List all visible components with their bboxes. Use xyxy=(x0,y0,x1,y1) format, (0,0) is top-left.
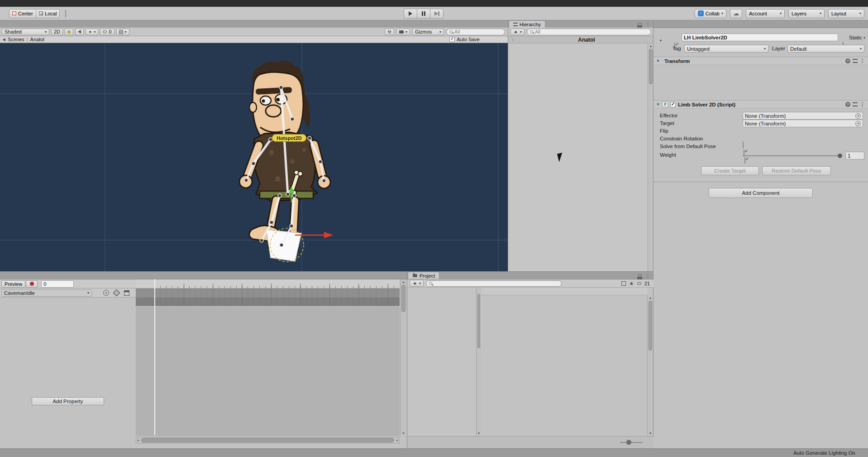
transform-header[interactable]: ▼ Transform ? ⋮ xyxy=(653,57,868,65)
hierarchy-scene-header[interactable]: ‹ Anatol xyxy=(508,36,653,43)
search-by-type-icon[interactable] xyxy=(621,281,626,286)
lock-icon[interactable] xyxy=(638,274,642,277)
breadcrumb-scene-title[interactable]: Anatol xyxy=(30,37,44,42)
add-property-button[interactable]: Add Property xyxy=(32,397,104,405)
tab-project[interactable]: Project xyxy=(408,272,439,279)
scene-search-input[interactable]: All xyxy=(446,29,505,35)
target-object-field[interactable]: None (Transform) xyxy=(743,120,863,127)
project-toolbar: ＋▾ ★ 21 xyxy=(407,279,653,288)
step-button[interactable] xyxy=(430,9,444,19)
layers-label: Layers xyxy=(792,11,806,16)
hierarchy-search-input[interactable]: All xyxy=(527,29,651,35)
pivot-toggle-button[interactable]: Center xyxy=(9,9,36,18)
effector-object-field[interactable]: None (Transform) xyxy=(743,112,863,120)
layer-dropdown[interactable]: Default▾ xyxy=(787,45,864,53)
clip-dropdown[interactable]: CavemanIdle▾ xyxy=(1,289,92,297)
snap-icon[interactable] xyxy=(65,10,66,17)
component-enabled-checkbox[interactable] xyxy=(670,102,676,107)
back-arrow-icon[interactable]: ◀ xyxy=(2,37,5,42)
collab-icon: ↑ xyxy=(698,10,704,16)
play-icon xyxy=(409,11,412,16)
audio-toggle[interactable] xyxy=(75,29,84,35)
weight-slider-knob[interactable] xyxy=(838,154,842,158)
object-picker-icon[interactable] xyxy=(855,121,861,126)
record-icon xyxy=(30,282,34,286)
project-search-input[interactable] xyxy=(426,280,562,287)
layers-dropdown[interactable]: Layers▾ xyxy=(788,9,825,18)
grid-dropdown[interactable]: ▾ xyxy=(116,29,129,35)
auto-save-checkbox[interactable] xyxy=(449,37,455,42)
hidden-objects-toggle[interactable]: 0 xyxy=(100,29,114,35)
timeline-ruler[interactable] xyxy=(136,279,400,289)
hidden-count-value: 21 xyxy=(644,281,650,286)
effects-dropdown[interactable]: ✦▾ xyxy=(86,29,98,35)
help-icon[interactable]: ? xyxy=(845,58,850,63)
kebab-menu-icon[interactable]: ⋮ xyxy=(860,101,865,107)
object-name-field[interactable]: LH LimbSolver2D xyxy=(682,34,838,41)
presets-icon[interactable] xyxy=(853,59,858,63)
weight-value-field[interactable]: 1 xyxy=(845,152,864,159)
create-dropdown[interactable]: ＋▾ xyxy=(410,280,424,287)
weight-slider[interactable] xyxy=(743,155,841,156)
foldout-icon[interactable]: ▼ xyxy=(656,102,660,106)
limb-solver-header[interactable]: ▼ # Limb Solver 2D (Script) ? ⋮ xyxy=(653,100,868,109)
favorites-star-icon[interactable]: ★ xyxy=(629,280,634,287)
lightbulb-icon xyxy=(67,30,71,34)
frame-field[interactable]: 0 xyxy=(41,280,74,288)
presets-icon[interactable] xyxy=(853,102,858,106)
object-picker-icon[interactable] xyxy=(855,113,861,119)
timeline-hscrollbar[interactable]: ◂▸ xyxy=(136,437,400,443)
breadcrumb-scenes[interactable]: Scenes xyxy=(8,37,24,42)
animation-clip-row: CavemanIdle▾ xyxy=(0,289,136,298)
thumbnail-zoom-slider[interactable] xyxy=(620,442,643,443)
scene-viewport[interactable] xyxy=(0,43,508,276)
pivot-label: Center xyxy=(18,11,33,16)
play-button[interactable] xyxy=(404,9,417,19)
restore-default-pose-button[interactable]: Restore Default Pose xyxy=(762,166,831,175)
timeline-scrollbar[interactable]: ▲▼ xyxy=(400,279,406,436)
create-target-button[interactable]: Create Target xyxy=(701,166,759,175)
grid-scrollbar[interactable]: ▲▼ xyxy=(647,295,653,436)
solve-default-pose-checkbox[interactable] xyxy=(744,157,745,164)
animation-timeline[interactable] xyxy=(136,279,400,436)
help-icon[interactable]: ? xyxy=(845,102,850,107)
add-component-button[interactable]: Add Component xyxy=(709,188,813,198)
hotspot-gizmo-label[interactable]: Hotspot2D xyxy=(272,134,306,142)
preview-button[interactable]: Preview xyxy=(1,280,25,288)
cloud-button[interactable]: ☁ xyxy=(730,9,742,18)
step-icon xyxy=(434,11,439,16)
collapse-icon[interactable]: ‹ xyxy=(508,37,517,42)
add-keyframe-icon[interactable] xyxy=(113,289,120,297)
lighting-toggle[interactable] xyxy=(65,29,73,35)
project-footer xyxy=(407,436,653,449)
pause-button[interactable] xyxy=(417,9,430,19)
record-button[interactable] xyxy=(26,280,38,288)
timeline-playhead[interactable] xyxy=(154,279,155,435)
flip-checkbox[interactable] xyxy=(743,141,744,149)
solve-default-pose-label: Solve from Default Pose xyxy=(660,144,716,149)
add-event-icon[interactable] xyxy=(124,290,129,296)
scene-tools-toggle[interactable]: ⚒ xyxy=(385,29,394,35)
lock-icon[interactable] xyxy=(638,23,642,25)
collab-button[interactable]: ↑ Collab▾ xyxy=(695,9,726,18)
pivot-icon xyxy=(12,11,16,15)
project-tab-bar: Project ⋮ xyxy=(407,272,653,279)
filter-keys-icon[interactable] xyxy=(103,290,109,296)
camera-dropdown[interactable]: ▾ xyxy=(396,29,410,35)
layout-dropdown[interactable]: Layout▾ xyxy=(828,9,864,18)
kebab-menu-icon[interactable]: ⋮ xyxy=(645,22,650,28)
shading-dropdown[interactable]: Shaded▾ xyxy=(2,29,49,35)
kebab-menu-icon[interactable]: ⋮ xyxy=(860,58,865,64)
tab-hierarchy[interactable]: Hierarchy xyxy=(509,20,545,28)
tree-scrollbar[interactable]: ▼ xyxy=(476,288,481,436)
static-dropdown-icon[interactable]: ▾ xyxy=(863,36,865,40)
kebab-menu-icon[interactable]: ⋮ xyxy=(645,273,650,279)
space-toggle-button[interactable]: Local xyxy=(36,9,60,18)
account-dropdown[interactable]: Account▾ xyxy=(746,9,785,18)
tag-dropdown[interactable]: Untagged▾ xyxy=(684,45,768,53)
2d-toggle[interactable]: 2D xyxy=(51,29,63,35)
hidden-count-icon[interactable] xyxy=(637,282,641,285)
foldout-icon[interactable]: ▼ xyxy=(656,59,660,63)
gizmos-dropdown[interactable]: Gizmos▾ xyxy=(412,29,444,35)
create-dropdown[interactable]: ＋▾ xyxy=(510,29,525,35)
